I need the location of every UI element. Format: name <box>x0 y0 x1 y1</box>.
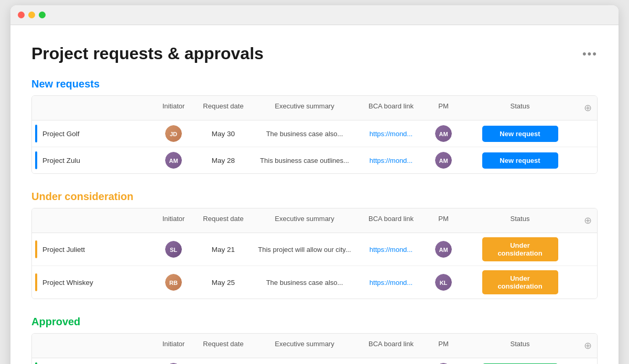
cell-name-0-1: Project Zulu <box>32 147 153 173</box>
svg-text:SL: SL <box>170 247 177 253</box>
minimize-button[interactable] <box>28 12 35 18</box>
traffic-lights <box>18 12 46 18</box>
section-approved: Approved Initiator Request date Executiv… <box>31 316 598 364</box>
table-row: Project Romeo MK Feb 19 This business ca… <box>32 358 597 364</box>
pm-avatar: AM <box>435 152 452 169</box>
cell-pm-2-0: AM <box>425 359 462 364</box>
section-header-under-consideration: Under consideration <box>31 191 598 203</box>
cell-name-0-0: Project Golf <box>32 120 153 147</box>
project-name: Project Whiskey <box>42 279 93 286</box>
cell-name-1-1: Project Whiskey <box>32 269 153 295</box>
sections-container: New requests Initiator Request date Exec… <box>31 78 598 364</box>
maximize-button[interactable] <box>39 12 46 18</box>
cell-bca-1-0[interactable]: https://mond... <box>357 241 425 258</box>
th-name <box>32 100 153 116</box>
status-badge[interactable]: New request <box>482 126 558 142</box>
add-column-icon[interactable]: ⊕ <box>584 215 592 226</box>
close-button[interactable] <box>18 12 25 18</box>
svg-text:RB: RB <box>169 280 178 286</box>
cell-status-0-0[interactable]: New request <box>462 122 578 146</box>
pm-avatar: AM <box>435 125 452 142</box>
page-header: Project requests & approvals ••• <box>31 44 598 63</box>
status-badge[interactable]: Under consideration <box>482 270 558 294</box>
cell-bca-0-1[interactable]: https://mond... <box>357 152 425 169</box>
bca-link[interactable]: https://mond... <box>370 279 413 286</box>
th-bca-board-link: BCA board link <box>357 213 425 228</box>
th-name <box>32 213 153 228</box>
table-row: Project Juliett SL May 21 This project w… <box>32 233 597 266</box>
cell-name-2-0: Project Romeo <box>32 358 153 364</box>
section-header-new-requests: New requests <box>31 78 598 90</box>
table-new-requests: Initiator Request date Executive summary… <box>31 95 598 174</box>
table-header-row: Initiator Request date Executive summary… <box>32 96 597 120</box>
th-status: Status <box>462 100 578 116</box>
project-name: Project Golf <box>42 130 80 138</box>
app-window: Project requests & approvals ••• New req… <box>10 5 619 364</box>
cell-status-0-1[interactable]: New request <box>462 148 578 173</box>
page-title: Project requests & approvals <box>31 44 264 63</box>
table-header-row: Initiator Request date Executive summary… <box>32 208 597 233</box>
bca-link[interactable]: https://mond... <box>370 157 413 164</box>
th-add: ⊕ <box>578 338 597 354</box>
cell-pm-1-0: AM <box>425 237 462 262</box>
table-header-row: Initiator Request date Executive summary… <box>32 334 597 358</box>
svg-text:AM: AM <box>439 158 448 164</box>
cell-pm-0-1: AM <box>425 148 462 173</box>
th-name <box>32 338 153 354</box>
cell-initiator-0-1: AM <box>153 148 194 173</box>
project-name: Project Juliett <box>42 246 85 253</box>
cell-pm-0-0: AM <box>425 121 462 146</box>
th-initiator: Initiator <box>153 213 194 228</box>
pm-avatar: KL <box>435 274 452 291</box>
svg-text:JD: JD <box>170 131 177 137</box>
initiator-avatar: AM <box>165 152 182 169</box>
th-status: Status <box>462 338 578 354</box>
th-request-date: Request date <box>194 338 252 354</box>
more-options-icon[interactable]: ••• <box>582 44 598 61</box>
cell-pm-1-1: KL <box>425 270 462 295</box>
section-under-consideration: Under consideration Initiator Request da… <box>31 191 598 299</box>
cell-status-2-0[interactable]: Approved <box>462 359 578 365</box>
th-bca-board-link: BCA board link <box>357 100 425 116</box>
th-bca-board-link: BCA board link <box>357 338 425 354</box>
cell-initiator-0-0: JD <box>153 121 194 146</box>
th-status: Status <box>462 213 578 228</box>
initiator-avatar: RB <box>165 274 182 291</box>
th-request-date: Request date <box>194 100 252 116</box>
cell-initiator-1-0: SL <box>153 237 194 262</box>
section-new-requests: New requests Initiator Request date Exec… <box>31 78 598 174</box>
status-badge[interactable]: Under consideration <box>482 237 558 261</box>
cell-status-1-1[interactable]: Under consideration <box>462 266 578 299</box>
cell-extra-0-0 <box>578 129 597 138</box>
th-pm: PM <box>425 100 462 116</box>
th-add: ⊕ <box>578 213 597 228</box>
table-row: Project Golf JD May 30 The business case… <box>32 120 597 147</box>
cell-initiator-1-1: RB <box>153 270 194 295</box>
status-badge[interactable]: New request <box>482 152 558 169</box>
svg-text:KL: KL <box>440 280 448 286</box>
cell-status-1-0[interactable]: Under consideration <box>462 233 578 266</box>
bca-link[interactable]: https://mond... <box>370 246 413 253</box>
cell-date-1-1: May 25 <box>194 274 252 291</box>
pm-avatar: AM <box>435 241 452 258</box>
add-column-icon[interactable]: ⊕ <box>584 340 592 351</box>
left-bar <box>35 273 37 291</box>
cell-extra-1-0 <box>578 245 597 253</box>
cell-summary-0-0: The business case also... <box>252 126 357 142</box>
svg-text:AM: AM <box>169 158 178 164</box>
cell-summary-0-1: This business case outlines... <box>252 152 357 169</box>
cell-date-0-0: May 30 <box>194 126 252 142</box>
cell-extra-0-1 <box>578 156 597 164</box>
add-column-icon[interactable]: ⊕ <box>584 103 592 113</box>
left-bar <box>35 240 37 258</box>
th-pm: PM <box>425 213 462 228</box>
cell-date-0-1: May 28 <box>194 152 252 169</box>
cell-summary-1-1: The business case also... <box>252 274 357 291</box>
cell-bca-1-1[interactable]: https://mond... <box>357 274 425 291</box>
section-title-approved: Approved <box>31 316 80 328</box>
table-row: Project Zulu AM May 28 This business cas… <box>32 147 597 173</box>
cell-bca-0-0[interactable]: https://mond... <box>357 126 425 142</box>
left-bar <box>35 125 37 142</box>
bca-link[interactable]: https://mond... <box>370 130 413 138</box>
project-name: Project Zulu <box>42 157 80 164</box>
